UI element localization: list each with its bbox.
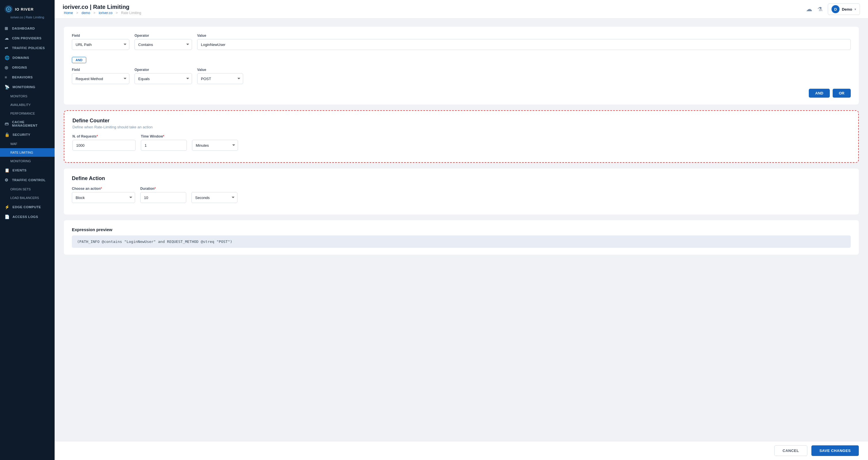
condition-1-section: Field URL Path Operator Contains Value A… — [64, 27, 859, 104]
sidebar-item-cdn-providers[interactable]: ☁ CDN PROVIDERS — [0, 33, 55, 43]
breadcrumb-sep3: > — [116, 11, 119, 15]
sidebar-item-events[interactable]: 📋 EVENTS — [0, 165, 55, 175]
value-2-select[interactable]: POST — [197, 73, 243, 84]
sidebar-item-rate-limiting[interactable]: RATE LIMITING — [0, 148, 55, 157]
sidebar-item-label: ORIGINS — [12, 66, 27, 69]
define-counter-subtitle: Define when Rate-Limiting should take an… — [72, 125, 850, 129]
sidebar-item-behaviors[interactable]: ≡ BEHAVIORS — [0, 72, 55, 82]
sidebar-item-availability[interactable]: AVAILABILITY — [0, 100, 55, 109]
sidebar-item-origins[interactable]: ◎ ORIGINS — [0, 63, 55, 72]
sidebar-item-traffic-control[interactable]: ⚙ TRAFFIC CONTROL — [0, 175, 55, 185]
value-1-input[interactable] — [197, 39, 851, 50]
or-button[interactable]: OR — [833, 89, 851, 98]
sidebar-item-access-logs[interactable]: 📄 ACCESS LOGS — [0, 212, 55, 222]
chevron-down-icon: ▾ — [855, 7, 856, 11]
sidebar-item-monitoring[interactable]: 📡 MONITORING — [0, 82, 55, 92]
time-window-input[interactable] — [141, 140, 187, 151]
breadcrumb: Home > demo > ioriver.co > Rate Limiting — [63, 11, 142, 15]
duration-required: * — [154, 187, 156, 191]
sidebar-item-traffic-policies[interactable]: ⇌ TRAFFIC POLICIES — [0, 43, 55, 53]
field-2-select[interactable]: Request Method — [72, 73, 129, 84]
sidebar-item-label: EVENTS — [13, 169, 27, 172]
topbar-right: ☁ ⚗ D Demo ▾ — [806, 3, 860, 15]
expression-title: Expression preview — [72, 227, 851, 232]
duration-label: Duration* — [140, 187, 186, 191]
field-1-label: Field — [72, 34, 129, 38]
cancel-button[interactable]: CANCEL — [774, 446, 807, 456]
user-menu[interactable]: D Demo ▾ — [828, 3, 860, 15]
user-name: Demo — [842, 7, 852, 11]
sidebar-item-edge-compute[interactable]: ⚡ EDGE COMPUTE — [0, 202, 55, 212]
action-select[interactable]: Block Allow Log — [72, 192, 135, 203]
duration-input[interactable] — [140, 192, 186, 203]
cache-icon: 🗃 — [5, 122, 9, 126]
sidebar-item-cache-management[interactable]: 🗃 CACHE MANAGEMENT — [0, 118, 55, 130]
value-2-label: Value — [197, 68, 243, 72]
user-avatar: D — [832, 5, 840, 13]
field-1-group: Field URL Path — [72, 34, 129, 50]
breadcrumb-sep: > — [76, 11, 79, 15]
requests-input[interactable] — [72, 140, 136, 151]
value-2-group: Value POST — [197, 68, 243, 84]
page-title: ioriver.co | Rate Limiting — [63, 4, 142, 10]
sidebar-item-label: SECURITY — [13, 133, 30, 136]
sidebar-item-label: DOMAINS — [13, 56, 29, 60]
lab-icon[interactable]: ⚗ — [817, 6, 823, 13]
condition-1-row: Field URL Path Operator Contains Value — [72, 34, 851, 50]
condition-2-row: Field Request Method Operator Equals Val… — [72, 68, 851, 84]
and-button[interactable]: AND — [809, 89, 830, 98]
sidebar-logo: IO RIVER — [0, 0, 55, 15]
define-action-title: Define Action — [72, 175, 851, 182]
sidebar-item-origin-sets[interactable]: ORIGIN SETS — [0, 185, 55, 194]
define-counter-title: Define Counter — [72, 118, 850, 124]
sidebar-item-label: DASHBOARD — [12, 27, 35, 30]
sidebar-item-label: TRAFFIC POLICIES — [12, 46, 45, 50]
sidebar-item-waf[interactable]: WAF — [0, 139, 55, 148]
sidebar-item-label: MONITORING — [10, 159, 31, 163]
sidebar-item-label: CACHE MANAGEMENT — [12, 120, 50, 127]
logo-text: IO RIVER — [15, 7, 34, 11]
sidebar-item-performance[interactable]: PERFORMANCE — [0, 109, 55, 118]
breadcrumb-home[interactable]: Home — [64, 11, 73, 15]
operator-2-label: Operator — [134, 68, 192, 72]
sidebar-item-monitoring-sub[interactable]: MONITORING — [0, 157, 55, 165]
and-badge: AND — [72, 57, 86, 63]
sidebar-item-monitors[interactable]: MONITORS — [0, 92, 55, 100]
footer-bar: CANCEL SAVE CHANGES — [55, 441, 868, 460]
requests-required: * — [97, 134, 98, 138]
expression-preview: (PATH_INFO @contains "LoginNewUser" and … — [72, 235, 851, 248]
security-icon: 🔒 — [5, 132, 10, 137]
save-button[interactable]: SAVE CHANGES — [811, 446, 859, 456]
counter-row: N. of Requests* Time Window* Minutes Sec… — [72, 134, 850, 151]
field-1-select[interactable]: URL Path — [72, 39, 129, 50]
window-unit-select[interactable]: Minutes Seconds Hours — [192, 140, 238, 151]
breadcrumb-demo[interactable]: demo — [82, 11, 90, 15]
sidebar-item-label: PERFORMANCE — [10, 112, 35, 115]
topbar: ioriver.co | Rate Limiting Home > demo >… — [55, 0, 868, 19]
operator-1-group: Operator Contains — [134, 34, 192, 50]
action-row: Choose an action* Block Allow Log Durati… — [72, 187, 851, 203]
breadcrumb-domain[interactable]: ioriver.co — [99, 11, 113, 15]
operator-1-select[interactable]: Contains — [134, 39, 192, 50]
sidebar-item-security[interactable]: 🔒 SECURITY — [0, 130, 55, 139]
sidebar-item-domains[interactable]: 🌐 DOMAINS — [0, 53, 55, 63]
and-or-buttons: AND OR — [72, 89, 851, 98]
sidebar-item-label: LOAD BALANCERS — [10, 196, 39, 200]
sidebar-item-load-balancers[interactable]: LOAD BALANCERS — [0, 194, 55, 202]
sidebar-item-label: WAF — [10, 142, 17, 145]
origins-icon: ◎ — [5, 65, 9, 70]
sidebar-item-label: TRAFFIC CONTROL — [12, 178, 46, 182]
window-unit-label — [192, 134, 238, 138]
sidebar-item-dashboard[interactable]: ⊞ DASHBOARD — [0, 24, 55, 33]
duration-unit-select[interactable]: Seconds Minutes Hours — [191, 192, 238, 203]
value-1-label: Value — [197, 34, 851, 38]
svg-point-1 — [7, 8, 10, 10]
action-group: Choose an action* Block Allow Log — [72, 187, 135, 203]
main-content: ioriver.co | Rate Limiting Home > demo >… — [55, 0, 868, 460]
duration-unit-label — [191, 187, 238, 191]
operator-2-select[interactable]: Equals — [134, 73, 192, 84]
cloud-icon[interactable]: ☁ — [806, 5, 812, 13]
window-unit-group: Minutes Seconds Hours — [192, 134, 238, 151]
dashboard-icon: ⊞ — [5, 26, 9, 31]
requests-label: N. of Requests* — [72, 134, 136, 138]
